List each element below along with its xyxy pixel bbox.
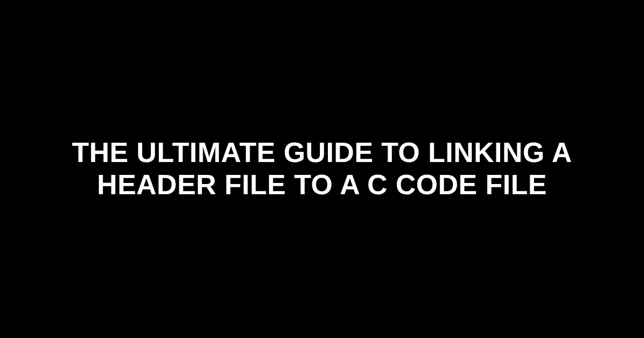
page-title: THE ULTIMATE GUIDE TO LINKING A HEADER F… <box>32 137 612 201</box>
title-container: THE ULTIMATE GUIDE TO LINKING A HEADER F… <box>0 137 644 201</box>
